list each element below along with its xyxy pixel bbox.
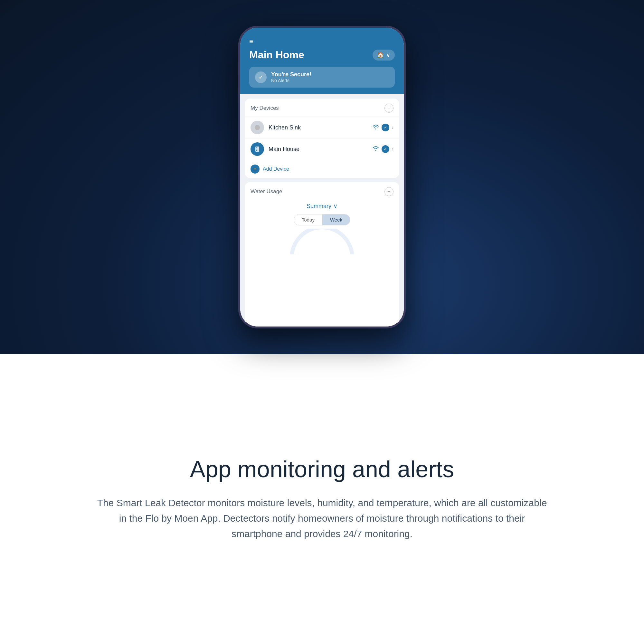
- time-toggle[interactable]: Today Week: [294, 214, 350, 225]
- summary-label: Summary: [307, 203, 331, 210]
- secure-title: You're Secure!: [271, 71, 311, 78]
- gauge-area: [245, 229, 399, 254]
- header-row: Main Home 🏠 ∨: [249, 49, 395, 61]
- toggle-row: Today Week: [245, 212, 399, 229]
- main-house-chevron-icon: ›: [392, 146, 393, 152]
- svg-rect-4: [256, 150, 257, 151]
- page-title: Main Home: [249, 49, 304, 61]
- main-house-check-icon: ✓: [382, 145, 389, 153]
- body-text: The Smart Leak Detector monitors moistur…: [97, 495, 547, 542]
- device-row[interactable]: Kitchen Sink ✓ ›: [245, 117, 399, 138]
- today-option[interactable]: Today: [294, 214, 322, 225]
- water-usage-collapse-button[interactable]: −: [384, 187, 393, 196]
- main-house-icon: [251, 142, 264, 156]
- main-house-status: ✓ ›: [373, 145, 393, 153]
- secure-check-icon: ✓: [255, 71, 267, 83]
- bottom-section: App monitoring and alerts The Smart Leak…: [0, 354, 644, 644]
- kitchen-sink-icon: [251, 121, 264, 134]
- kitchen-sink-status: ✓ ›: [373, 124, 393, 131]
- secure-subtitle: No Alerts: [271, 78, 311, 83]
- svg-rect-3: [256, 149, 257, 149]
- kitchen-sink-label: Kitchen Sink: [269, 124, 368, 131]
- app-header: ≡ Main Home 🏠 ∨ ✓ You're Secure! No Aler…: [240, 28, 404, 94]
- minus-icon: −: [387, 105, 390, 111]
- headline: App monitoring and alerts: [190, 457, 454, 482]
- svg-rect-2: [256, 147, 257, 148]
- secure-text: You're Secure! No Alerts: [271, 71, 311, 83]
- my-devices-collapse-button[interactable]: −: [384, 104, 393, 113]
- phone: ≡ Main Home 🏠 ∨ ✓ You're Secure! No Aler…: [238, 26, 406, 328]
- wifi-icon-2: [373, 146, 379, 152]
- secure-banner: ✓ You're Secure! No Alerts: [249, 67, 395, 88]
- gauge-arc: [290, 229, 354, 254]
- kitchen-sink-chevron-icon: ›: [392, 125, 393, 130]
- top-section: ≡ Main Home 🏠 ∨ ✓ You're Secure! No Aler…: [0, 0, 644, 354]
- kitchen-sink-check-icon: ✓: [382, 124, 389, 131]
- summary-row[interactable]: Summary ∨: [245, 200, 399, 212]
- app-content: My Devices − Kitchen Sink: [240, 94, 404, 327]
- main-house-label: Main House: [269, 146, 368, 153]
- device-row[interactable]: Main House ✓ ›: [245, 138, 399, 160]
- water-usage-card: Water Usage − Summary ∨ Today Week: [245, 182, 399, 327]
- my-devices-header: My Devices −: [245, 99, 399, 117]
- water-minus-icon: −: [387, 189, 390, 194]
- wifi-icon: [373, 124, 379, 131]
- my-devices-title: My Devices: [251, 105, 279, 111]
- summary-chevron-icon: ∨: [333, 203, 337, 210]
- water-usage-title: Water Usage: [251, 188, 282, 195]
- my-devices-card: My Devices − Kitchen Sink: [245, 99, 399, 178]
- water-usage-header: Water Usage −: [245, 182, 399, 200]
- phone-screen: ≡ Main Home 🏠 ∨ ✓ You're Secure! No Aler…: [240, 28, 404, 327]
- add-device-label: Add Device: [263, 166, 289, 172]
- home-select-button[interactable]: 🏠 ∨: [373, 50, 395, 61]
- home-chevron-icon: ∨: [386, 52, 390, 59]
- week-option[interactable]: Week: [322, 214, 350, 225]
- svg-point-0: [255, 125, 260, 130]
- hamburger-icon[interactable]: ≡: [249, 37, 395, 46]
- home-icon: 🏠: [377, 52, 384, 59]
- add-device-icon: +: [251, 165, 260, 174]
- add-device-row[interactable]: + Add Device: [245, 160, 399, 178]
